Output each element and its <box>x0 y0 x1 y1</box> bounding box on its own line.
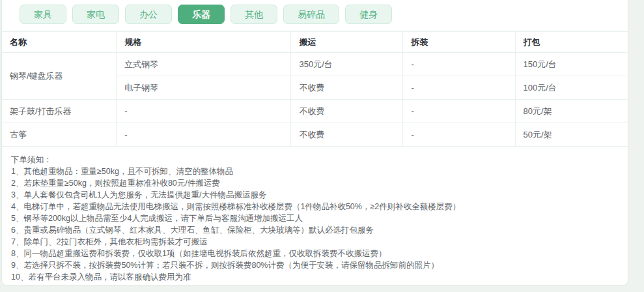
column-header-moving: 搬运 <box>291 32 403 53</box>
tab-fragile[interactable]: 易碎品 <box>283 5 339 24</box>
table-row: 钢琴/键盘乐器 立式钢琴 350元/台 - 150元/台 <box>2 53 628 76</box>
column-header-disassembly: 拆装 <box>403 32 515 53</box>
cell-moving: 不收费 <box>291 123 403 147</box>
tab-instrument[interactable]: 乐器 <box>178 5 225 24</box>
category-tabs: 家具 家电 办公 乐器 其他 易碎品 健身 <box>2 0 628 29</box>
column-header-spec: 规格 <box>117 32 291 53</box>
cell-spec: - <box>117 123 291 147</box>
cell-disassembly: - <box>403 53 515 76</box>
tab-other[interactable]: 其他 <box>231 5 277 24</box>
cell-moving: 不收费 <box>291 76 403 100</box>
cell-spec: 电子钢琴 <box>117 76 291 100</box>
note-item: 10、若有平台未录入物品，请以客服确认费用为准 <box>11 271 617 283</box>
column-header-packing: 打包 <box>515 32 628 53</box>
note-item: 1、其他超重物品：重量≥50kg，且不可拆卸、清空的整体物品 <box>11 166 617 177</box>
cell-name: 架子鼓/打击乐器 <box>2 100 117 123</box>
note-item: 3、单人套餐仅包含司机1人为您服务，无法提供超重/大件物品搬运服务 <box>11 189 617 201</box>
tab-fitness[interactable]: 健身 <box>345 5 392 24</box>
note-item: 4、电梯订单中，若超重物品无法使用电梯搬运，则需按照楼梯标准补收楼层费（1件物品… <box>11 201 617 212</box>
table-row: 古筝 - 不收费 - 50元/架 <box>2 123 628 147</box>
cell-spec: 立式钢琴 <box>117 53 291 76</box>
cell-disassembly: - <box>403 123 515 147</box>
cell-packing: 150元/台 <box>515 53 628 76</box>
cell-name: 钢琴/键盘乐器 <box>2 53 117 100</box>
note-item: 8、同一物品超重搬运费和拆装费，仅收取1项（如挂墙电视拆装后依然超重，仅收取拆装… <box>11 248 617 259</box>
cell-disassembly: - <box>403 100 515 123</box>
notes-title: 下单须知： <box>11 154 617 166</box>
cell-spec: - <box>117 100 291 123</box>
column-header-name: 名称 <box>2 32 117 53</box>
note-item: 2、若床垫重量≥50kg，则按照超重标准补收80元/件搬运费 <box>11 177 617 189</box>
note-item: 7、除单门、2拉门衣柜外，其他衣柜均需拆装才可搬运 <box>11 236 617 248</box>
tab-office[interactable]: 办公 <box>125 5 172 24</box>
order-notes: 下单须知： 1、其他超重物品：重量≥50kg，且不可拆卸、清空的整体物品 2、若… <box>2 147 628 283</box>
pricing-table: 名称 规格 搬运 拆装 打包 钢琴/键盘乐器 立式钢琴 350元/台 - 150… <box>2 31 628 147</box>
cell-packing: 80元/架 <box>515 100 628 123</box>
note-item: 5、钢琴等200kg以上物品需至少4人完成搬运，请下单后与客服沟通增加搬运工人 <box>11 212 617 224</box>
cell-moving: 不收费 <box>291 100 403 123</box>
cell-packing: 100元/台 <box>515 76 628 100</box>
tab-appliance[interactable]: 家电 <box>72 5 119 24</box>
cell-disassembly: - <box>403 76 515 100</box>
pricing-card: 家具 家电 办公 乐器 其他 易碎品 健身 名称 规格 搬运 拆装 打包 钢琴/… <box>1 0 628 285</box>
cell-moving: 350元/台 <box>291 53 403 76</box>
table-header-row: 名称 规格 搬运 拆装 打包 <box>2 32 628 53</box>
tab-furniture[interactable]: 家具 <box>20 5 66 24</box>
note-item: 9、若选择只拆不装，按拆装费50%计算；若只装不拆，则按拆装费80%计费（为便于… <box>11 259 617 271</box>
cell-name: 古筝 <box>2 123 117 147</box>
table-row: 架子鼓/打击乐器 - 不收费 - 80元/架 <box>2 100 628 123</box>
cell-packing: 50元/架 <box>515 123 628 147</box>
note-item: 6、贵重或易碎物品（立式钢琴、红木家具、大理石、鱼缸、保险柜、大块玻璃等）默认必… <box>11 224 617 236</box>
